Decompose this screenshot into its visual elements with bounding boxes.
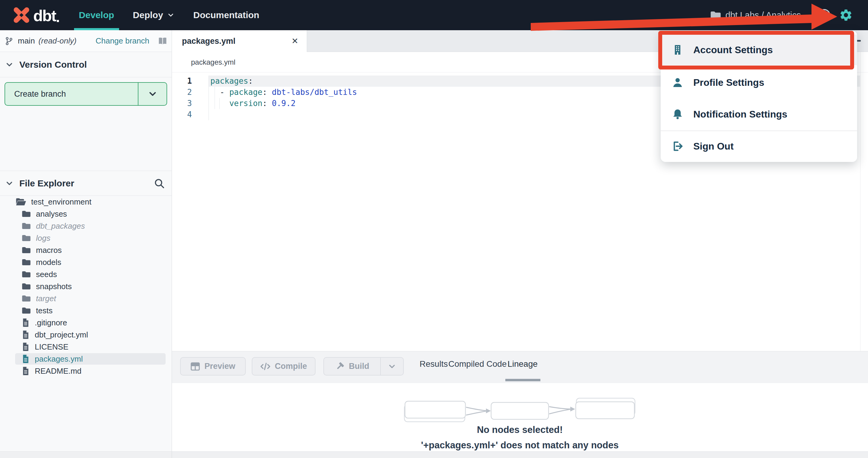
create-branch-caret[interactable] bbox=[138, 83, 166, 105]
folder-open-icon bbox=[16, 198, 26, 206]
file-tree-item[interactable]: models bbox=[0, 256, 172, 268]
yaml-value: 0.9.2 bbox=[272, 99, 296, 108]
sidebar-divider bbox=[172, 30, 172, 458]
file-icon bbox=[22, 342, 30, 351]
menu-item-label: Profile Settings bbox=[693, 77, 764, 88]
nav-item-documentation[interactable]: Documentation bbox=[189, 0, 264, 30]
close-icon[interactable]: ✕ bbox=[291, 36, 298, 46]
bottom-scrollbar-strip[interactable] bbox=[0, 451, 868, 458]
line-number: 3 bbox=[172, 98, 192, 109]
yaml-value: dbt-labs/dbt_utils bbox=[272, 88, 357, 97]
file-tree-label: packages.yml bbox=[35, 354, 83, 364]
version-control-header[interactable]: Version Control bbox=[0, 52, 172, 77]
menu-item-label: Notification Settings bbox=[693, 109, 787, 120]
tab-lineage[interactable]: Lineage bbox=[507, 359, 538, 369]
file-tree-item[interactable]: seeds bbox=[0, 268, 172, 281]
section-title: File Explorer bbox=[19, 178, 74, 189]
main-nav: Develop Deploy Documentation bbox=[74, 0, 273, 30]
file-tree-item[interactable]: test_environment bbox=[0, 196, 172, 208]
folder-icon bbox=[22, 270, 31, 278]
file-search-button[interactable] bbox=[154, 177, 165, 189]
branch-bar: main (read-only) Change branch bbox=[0, 30, 172, 52]
file-tree-item[interactable]: macros bbox=[0, 244, 172, 256]
compile-button[interactable]: Compile bbox=[252, 357, 315, 375]
line-number: 2 bbox=[172, 87, 192, 98]
building-icon bbox=[672, 44, 684, 56]
file-tree-item-selected[interactable]: packages.yml bbox=[0, 353, 172, 365]
folder-icon bbox=[22, 222, 31, 230]
tab-packages-yml[interactable]: packages.yml ✕ bbox=[172, 30, 307, 52]
yaml-ws bbox=[210, 99, 229, 108]
file-tree-item[interactable]: snapshots bbox=[0, 281, 172, 292]
preview-button[interactable]: Preview bbox=[180, 357, 246, 375]
lineage-node bbox=[491, 402, 549, 419]
tab-compiled-code[interactable]: Compiled Code bbox=[448, 359, 507, 369]
file-tree-item[interactable]: README.md bbox=[0, 365, 172, 377]
gear-icon[interactable] bbox=[839, 8, 853, 22]
editor-scrollbar-gutter[interactable] bbox=[860, 52, 861, 351]
file-tree-label: target bbox=[36, 294, 56, 303]
yaml-ws bbox=[210, 88, 220, 97]
lineage-canvas[interactable]: No nodes selected! '+packages.yml+' does… bbox=[172, 383, 868, 451]
file-tree-item[interactable]: .gitignore bbox=[0, 317, 172, 329]
branch-mode-label: (read-only) bbox=[38, 36, 76, 45]
file-tree-item[interactable]: dbt_project.yml bbox=[0, 329, 172, 341]
navbar-account-area: dbt Labs / Analytics bbox=[710, 8, 853, 22]
menu-item-notification-settings[interactable]: Notification Settings bbox=[661, 102, 857, 126]
file-tree-label: test_environment bbox=[31, 197, 91, 207]
active-tab-underline bbox=[505, 379, 540, 381]
build-button[interactable]: Build bbox=[324, 358, 380, 375]
nav-item-develop[interactable]: Develop bbox=[74, 0, 119, 30]
menu-item-sign-out[interactable]: Sign Out bbox=[661, 134, 857, 158]
brand-text: dbt bbox=[33, 7, 56, 25]
file-explorer-header[interactable]: File Explorer bbox=[0, 171, 172, 196]
nav-item-deploy[interactable]: Deploy bbox=[128, 0, 180, 30]
build-options-caret[interactable] bbox=[380, 358, 403, 375]
chevron-down-icon bbox=[148, 89, 158, 99]
tab-results[interactable]: Results bbox=[420, 359, 447, 369]
file-tree-label: dbt_packages bbox=[36, 222, 85, 231]
menu-item-profile-settings[interactable]: Profile Settings bbox=[661, 70, 857, 95]
dbt-logo[interactable]: dbt bbox=[12, 6, 59, 25]
folder-icon bbox=[710, 10, 721, 20]
user-avatar-icon[interactable] bbox=[818, 9, 831, 22]
chevron-down-icon bbox=[388, 362, 397, 371]
file-tree-item[interactable]: target bbox=[0, 292, 172, 304]
change-branch-link[interactable]: Change branch bbox=[95, 36, 149, 45]
create-branch-button[interactable]: Create branch bbox=[4, 82, 167, 106]
file-tree-item[interactable]: LICENSE bbox=[0, 341, 172, 353]
menu-divider bbox=[661, 131, 857, 131]
chevron-down-icon bbox=[5, 179, 14, 188]
dbt-logo-icon bbox=[12, 6, 31, 25]
file-icon bbox=[22, 318, 30, 327]
menu-item-label: Sign Out bbox=[693, 141, 734, 152]
file-tree-item[interactable]: analyses bbox=[0, 208, 172, 220]
folder-icon bbox=[22, 307, 31, 315]
file-tree-label: dbt_project.yml bbox=[35, 330, 88, 339]
current-branch-name: main bbox=[18, 36, 35, 45]
yaml-key: packages bbox=[210, 76, 248, 86]
preview-label: Preview bbox=[204, 362, 235, 371]
preview-grid-icon bbox=[190, 362, 200, 371]
file-icon bbox=[22, 330, 30, 339]
folder-icon bbox=[22, 210, 31, 218]
nav-item-label: Documentation bbox=[193, 10, 259, 20]
file-tree-item[interactable]: logs bbox=[0, 232, 172, 244]
account-context-label[interactable]: dbt Labs / Analytics bbox=[725, 10, 801, 20]
file-tree: test_environment analyses dbt_packages l… bbox=[0, 196, 172, 377]
menu-item-account-settings[interactable]: Account Settings bbox=[661, 34, 857, 65]
line-number: 4 bbox=[172, 109, 192, 120]
tab-label: packages.yml bbox=[182, 37, 236, 46]
hammer-icon bbox=[335, 362, 345, 371]
file-icon bbox=[22, 354, 30, 363]
file-tree-label: README.md bbox=[35, 366, 82, 376]
folder-icon bbox=[22, 283, 31, 290]
chevron-down-icon bbox=[167, 11, 175, 19]
yaml-key: version bbox=[229, 99, 262, 108]
yaml-punct: : bbox=[248, 76, 253, 86]
file-tree-item[interactable]: dbt_packages bbox=[0, 220, 172, 232]
docs-book-button[interactable] bbox=[157, 36, 168, 46]
git-branch-icon bbox=[4, 37, 13, 45]
file-tree-item[interactable]: tests bbox=[0, 304, 172, 317]
sign-out-icon bbox=[672, 140, 684, 152]
